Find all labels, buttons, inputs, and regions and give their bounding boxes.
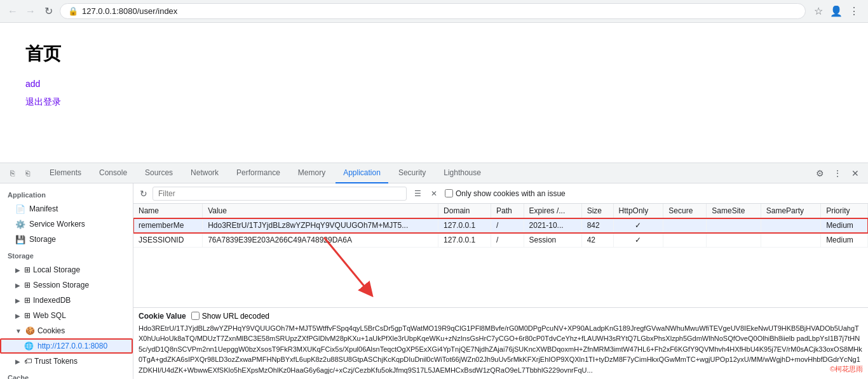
table-row[interactable]: rememberMe Hdo3REtrU/1TJYjdBLz8wYZPHqY9V…: [133, 218, 868, 233]
cell-size: 842: [581, 218, 613, 233]
sidebar-item-storage[interactable]: 💾 Storage: [0, 232, 133, 247]
cookies-data-table: Name Value Domain Path Expires /... Size…: [133, 204, 868, 248]
session-storage-arrow-icon: ▶: [15, 282, 20, 289]
show-url-decoded-checkbox[interactable]: [191, 312, 200, 320]
sidebar-item-service-workers[interactable]: ⚙️ Service Workers: [0, 216, 133, 232]
sidebar-item-web-sql-label: Web SQL: [33, 311, 66, 320]
cell-size: 42: [581, 233, 613, 248]
devtools-toolbar: ⎘ ⎗ Elements Console Sources Network Per…: [0, 163, 868, 183]
logout-link[interactable]: 退出登录: [25, 96, 843, 108]
sidebar-item-trust-tokens[interactable]: ▶ 🏷 Trust Tokens: [0, 354, 133, 369]
trust-tokens-icon: 🏷: [24, 357, 32, 366]
devtools-panel: ⎘ ⎗ Elements Console Sources Network Per…: [0, 163, 868, 379]
sidebar-item-cookies-label: Cookies: [37, 326, 65, 335]
sidebar-item-local-storage[interactable]: ▶ ⊞ Local Storage: [0, 262, 133, 277]
filter-settings-icon[interactable]: ☰: [410, 187, 424, 201]
more-options-button[interactable]: ⋮: [830, 166, 845, 181]
forward-button[interactable]: →: [24, 5, 37, 18]
clear-filter-button[interactable]: ✕: [427, 187, 441, 201]
chrome-actions: ☆ 👤 ⋮: [811, 4, 862, 19]
col-samesite: SameSite: [707, 204, 761, 218]
bookmark-button[interactable]: ☆: [811, 4, 826, 19]
tab-performance[interactable]: Performance: [229, 163, 288, 183]
cookie-value-title: Cookie Value: [139, 312, 186, 321]
session-storage-db-icon: ⊞: [24, 281, 31, 289]
settings-button[interactable]: ⚙: [812, 166, 827, 181]
inspect-element-button[interactable]: ⎘: [5, 166, 19, 180]
menu-button[interactable]: ⋮: [846, 4, 862, 19]
col-path: Path: [491, 204, 524, 218]
tab-application[interactable]: Application: [336, 163, 388, 183]
back-button[interactable]: ←: [6, 5, 19, 18]
issues-filter-checkbox[interactable]: [445, 189, 453, 197]
col-expires: Expires /...: [524, 204, 581, 218]
sidebar-item-indexeddb[interactable]: ▶ ⊞ IndexedDB: [0, 293, 133, 308]
table-row[interactable]: JSESSIONID 76A7839E39E203A266C49A748929D…: [133, 233, 868, 248]
cell-sameparty: [761, 233, 820, 248]
local-storage-arrow-icon: ▶: [15, 267, 20, 274]
storage-icon: 💾: [15, 235, 25, 244]
devtools-body: Application 📄 Manifest ⚙️ Service Worker…: [0, 183, 868, 379]
devtools-sidebar: Application 📄 Manifest ⚙️ Service Worker…: [0, 183, 133, 379]
tab-memory[interactable]: Memory: [290, 163, 333, 183]
sidebar-item-session-storage[interactable]: ▶ ⊞ Session Storage: [0, 277, 133, 293]
cell-expires: Session: [524, 233, 581, 248]
cell-httponly: ✓: [613, 218, 663, 233]
cookie-value-section: Cookie Value Show URL decoded Hdo3REtrU/…: [133, 307, 868, 380]
cell-priority: Medium: [821, 233, 868, 248]
web-sql-db-icon: ⊞: [24, 311, 31, 320]
issues-filter-label[interactable]: Only show cookies with an issue: [445, 189, 566, 198]
page-title: 首页: [25, 42, 843, 66]
cell-httponly: ✓: [613, 233, 663, 248]
sidebar-item-cookie-url[interactable]: 🌐 http://127.0.0.1:8080: [0, 338, 133, 354]
show-url-decoded-label[interactable]: Show URL decoded: [191, 312, 269, 321]
issues-filter-text: Only show cookies with an issue: [456, 189, 566, 198]
sidebar-item-web-sql[interactable]: ▶ ⊞ Web SQL: [0, 308, 133, 323]
devtools-main: ↻ ☰ ✕ Only show cookies with an issue Na…: [133, 183, 868, 379]
devtools-action-icons: ⚙ ⋮ ✕: [812, 166, 863, 181]
col-name: Name: [133, 204, 203, 218]
tab-network[interactable]: Network: [183, 163, 226, 183]
reload-button[interactable]: ↻: [42, 5, 55, 18]
cell-expires: 2021-10...: [524, 218, 581, 233]
sidebar-section-application: Application: [0, 186, 133, 201]
cell-samesite: [707, 233, 761, 248]
watermark: ©柯花思雨: [830, 364, 863, 374]
col-size: Size: [581, 204, 613, 218]
page-content: 首页 add 退出登录: [0, 23, 868, 163]
cell-sameparty: [761, 218, 820, 233]
sidebar-section-cache: Cache: [0, 369, 133, 379]
close-devtools-button[interactable]: ✕: [848, 166, 863, 181]
cell-name: rememberMe: [133, 218, 203, 233]
cell-domain: 127.0.0.1: [438, 233, 491, 248]
web-sql-arrow-icon: ▶: [15, 312, 20, 319]
sidebar-item-storage-label: Storage: [29, 235, 56, 244]
cookie-value-text: Hdo3REtrU/1TJYjdBLz8wYZPHqY9VQUUGOh7M+MJ…: [139, 323, 863, 376]
filter-input[interactable]: [153, 187, 407, 201]
sidebar-item-cookies[interactable]: ▼ 🍪 Cookies: [0, 323, 133, 338]
add-link[interactable]: add: [25, 79, 843, 89]
tab-security[interactable]: Security: [391, 163, 433, 183]
device-toolbar-button[interactable]: ⎗: [20, 166, 34, 180]
sidebar-item-session-storage-label: Session Storage: [33, 281, 89, 289]
col-priority: Priority: [821, 204, 868, 218]
col-httponly: HttpOnly: [613, 204, 663, 218]
show-url-decoded-text: Show URL decoded: [202, 312, 269, 321]
cookie-value-header: Cookie Value Show URL decoded: [139, 312, 863, 321]
col-domain: Domain: [438, 204, 491, 218]
cell-name: JSESSIONID: [133, 233, 203, 248]
address-bar[interactable]: 🔒 127.0.0.1:8080/user/index: [60, 3, 806, 19]
tab-elements[interactable]: Elements: [42, 163, 89, 183]
cookies-table: Name Value Domain Path Expires /... Size…: [133, 204, 868, 307]
tab-sources[interactable]: Sources: [137, 163, 180, 183]
cookies-icon: 🍪: [25, 326, 35, 335]
cookie-url-globe-icon: 🌐: [24, 342, 34, 350]
sidebar-item-manifest[interactable]: 📄 Manifest: [0, 201, 133, 216]
sidebar-item-service-workers-label: Service Workers: [29, 220, 85, 229]
profile-button[interactable]: 👤: [829, 4, 844, 19]
refresh-button[interactable]: ↻: [139, 187, 149, 200]
col-sameparty: SameParty: [761, 204, 820, 218]
tab-console[interactable]: Console: [92, 163, 135, 183]
cookies-arrow-icon: ▼: [15, 328, 22, 335]
tab-lighthouse[interactable]: Lighthouse: [436, 163, 489, 183]
